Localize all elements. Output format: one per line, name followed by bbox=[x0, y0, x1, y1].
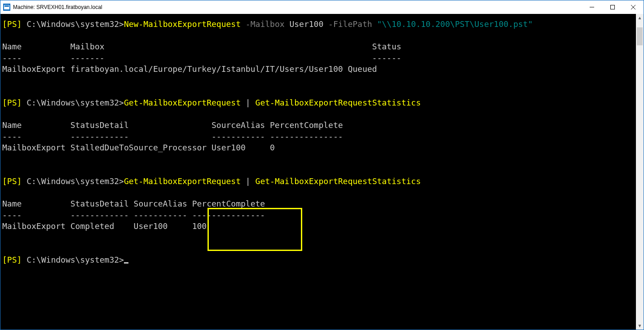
output3-header: Name StatusDetail SourceAlias PercentCom… bbox=[2, 199, 265, 208]
minimize-button[interactable] bbox=[582, 0, 602, 14]
output2-row: MailboxExport StalledDueToSource_Process… bbox=[2, 143, 275, 152]
ps-prompt-tag: [PS] bbox=[2, 255, 22, 264]
cmdlet-get-stats: Get-MailboxExportRequestStatistics bbox=[256, 176, 421, 186]
prompt-path: C:\Windows\system32> bbox=[22, 19, 124, 29]
app-icon bbox=[3, 4, 10, 11]
prompt-path: C:\Windows\system32> bbox=[22, 176, 124, 186]
close-button[interactable] bbox=[623, 0, 644, 14]
param-mailbox-name: -Mailbox bbox=[241, 19, 289, 29]
scroll-up-arrow-icon[interactable]: ▲ bbox=[636, 14, 644, 22]
vertical-scrollbar[interactable]: ▲ ▼ bbox=[636, 14, 644, 330]
window-controls bbox=[582, 0, 644, 14]
output2-header: Name StatusDetail SourceAlias PercentCom… bbox=[2, 120, 343, 130]
ps-prompt-tag: [PS] bbox=[2, 19, 22, 29]
cmdlet-get-export: Get-MailboxExportRequest bbox=[124, 98, 241, 107]
cmdlet-new-export: New-MailboxExportRequest bbox=[124, 19, 241, 29]
ps-prompt-tag: [PS] bbox=[2, 98, 22, 107]
pipe-operator: | bbox=[241, 176, 256, 186]
prompt-path: C:\Windows\system32> bbox=[22, 255, 124, 264]
param-filepath-name: -FilePath bbox=[323, 19, 377, 29]
pipe-operator: | bbox=[241, 98, 256, 107]
output1-header: Name Mailbox Status bbox=[2, 42, 401, 51]
param-filepath-value: "\\10.10.10.200\PST\User100.pst" bbox=[377, 19, 533, 29]
console-output[interactable]: [PS] C:\Windows\system32>New-MailboxExpo… bbox=[0, 14, 636, 330]
output1-row: MailboxExport firatboyan.local/Europe/Tu… bbox=[2, 64, 377, 74]
output3-separator: ---- ------------ ----------- ----------… bbox=[2, 210, 265, 220]
cmdlet-get-stats: Get-MailboxExportRequestStatistics bbox=[256, 98, 421, 107]
window-title: Machine: SRVEXH01.firatboyan.local bbox=[13, 4, 102, 10]
ps-prompt-tag: [PS] bbox=[2, 176, 22, 186]
output3-row: MailboxExport Completed User100 100 bbox=[2, 221, 207, 231]
prompt-path: C:\Windows\system32> bbox=[22, 98, 124, 107]
maximize-button[interactable] bbox=[602, 0, 623, 14]
svg-rect-4 bbox=[611, 5, 615, 9]
titlebar[interactable]: Machine: SRVEXH01.firatboyan.local bbox=[0, 0, 644, 14]
cmdlet-get-export: Get-MailboxExportRequest bbox=[124, 176, 241, 186]
scroll-thumb[interactable] bbox=[637, 27, 643, 45]
svg-rect-2 bbox=[4, 5, 9, 7]
output2-separator: ---- ------------ ----------- ----------… bbox=[2, 132, 343, 141]
app-window: Machine: SRVEXH01.firatboyan.local [PS] … bbox=[0, 0, 644, 330]
output1-separator: ---- ------- ------ bbox=[2, 53, 401, 62]
param-mailbox-value: User100 bbox=[289, 19, 323, 29]
text-cursor bbox=[124, 262, 128, 264]
client-area: [PS] C:\Windows\system32>New-MailboxExpo… bbox=[0, 14, 644, 330]
scroll-down-arrow-icon[interactable]: ▼ bbox=[636, 322, 644, 330]
